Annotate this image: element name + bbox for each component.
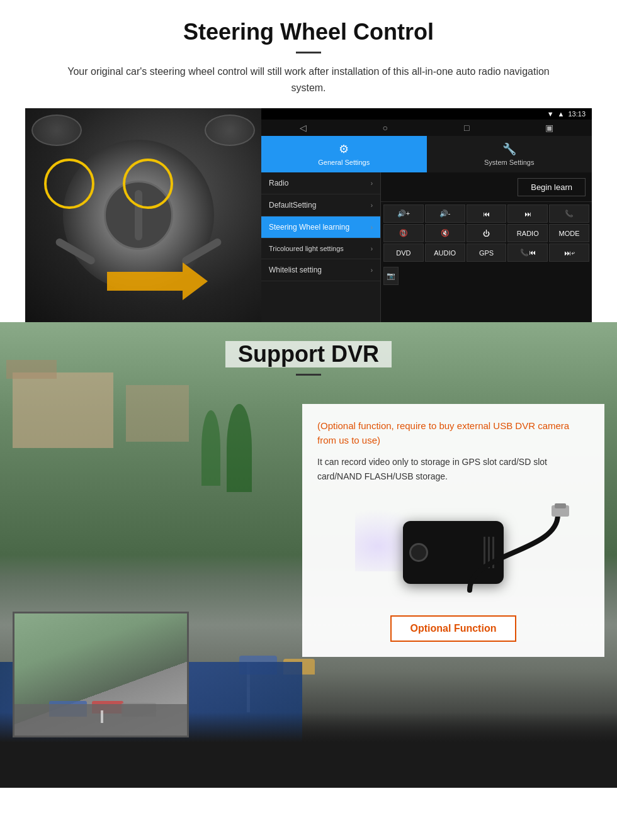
- dvr-info-card: (Optional function, require to buy exter…: [302, 404, 604, 657]
- dvr-camera-lens: [409, 543, 428, 562]
- dvr-body-text: It can record video only to storage in G…: [317, 455, 589, 483]
- control-content-area: Begin learn 🔊+ 🔊- ⏮ ⏭ 📞 📵 🔇 ⏻ RADIO MODE: [381, 172, 592, 322]
- android-statusbar: ▼ ▲ 13:13: [261, 108, 592, 120]
- dvr-divider: [296, 374, 321, 376]
- ctrl-vol-up[interactable]: 🔊+: [383, 204, 424, 223]
- building2: [126, 385, 189, 442]
- menu-item-default-label: DefaultSetting: [269, 201, 316, 210]
- optional-function-button[interactable]: Optional Function: [390, 615, 516, 642]
- status-wifi: ▼: [547, 110, 554, 118]
- arrow-indicator: [107, 259, 208, 303]
- android-ui-mockup: ▼ ▲ 13:13 ◁ ○ □ ▣ ⚙ General Settings 🔧 S…: [25, 108, 592, 322]
- nav-home[interactable]: ○: [383, 123, 388, 133]
- section1-title: Steering Wheel Control: [25, 19, 592, 45]
- svg-rect-1: [555, 503, 566, 508]
- menu-item-radio[interactable]: Radio ›: [261, 172, 380, 194]
- ctrl-next2[interactable]: ⏭↩: [549, 244, 589, 262]
- steering-wheel-photo: [25, 108, 261, 322]
- status-time: 13:13: [568, 110, 586, 118]
- nav-recents[interactable]: □: [464, 123, 469, 133]
- section1-subtitle: Your original car's steering wheel contr…: [50, 64, 567, 96]
- begin-learn-row: Begin learn: [381, 172, 592, 202]
- menu-item-steering[interactable]: Steering Wheel learning ›: [261, 216, 380, 238]
- ctrl-next[interactable]: ⏭: [507, 204, 548, 223]
- ctrl-hangup[interactable]: 📵: [383, 224, 424, 242]
- dvr-title-area: Support DVR: [0, 322, 617, 388]
- gauge-right: [205, 115, 255, 146]
- chevron-icon: ›: [371, 180, 373, 187]
- settings-main-content: Radio › DefaultSetting › Steering Wheel …: [261, 172, 592, 322]
- begin-learn-button[interactable]: Begin learn: [518, 178, 586, 196]
- menu-item-steering-label: Steering Wheel learning: [269, 223, 349, 232]
- ctrl-vol-down[interactable]: 🔊-: [425, 204, 465, 223]
- ctrl-mute[interactable]: 🔇: [425, 224, 465, 242]
- android-navbar: ◁ ○ □ ▣: [261, 120, 592, 136]
- tab-general-label: General Settings: [318, 159, 370, 166]
- highlight-right: [123, 159, 173, 209]
- nav-menu[interactable]: ▣: [545, 123, 553, 133]
- extra-controls-row: 📷: [381, 264, 592, 288]
- ctrl-radio[interactable]: RADIO: [507, 224, 548, 242]
- inset-road-line: [101, 710, 103, 723]
- steering-wheel-section: Steering Wheel Control Your original car…: [0, 0, 617, 322]
- chevron-icon: ›: [371, 245, 373, 252]
- inset-road-scene: [14, 613, 187, 736]
- dvr-title: Support DVR: [225, 341, 392, 367]
- tab-general-settings[interactable]: ⚙ General Settings: [261, 136, 427, 172]
- ctrl-power[interactable]: ⏻: [467, 224, 507, 242]
- svg-marker-0: [107, 262, 208, 300]
- dvr-camera-visual: [317, 496, 589, 609]
- dvr-section: Support DVR (Optional function, require …: [0, 322, 617, 788]
- ctrl-camera[interactable]: 📷: [383, 267, 399, 285]
- dvr-inset-camera: [13, 612, 189, 737]
- chevron-icon: ›: [371, 267, 373, 274]
- ctrl-mode[interactable]: MODE: [549, 224, 589, 242]
- menu-item-whitelist-label: Whitelist setting: [269, 266, 322, 274]
- chevron-icon: ›: [371, 224, 373, 231]
- gear-icon: ⚙: [339, 142, 349, 156]
- dvr-optional-warning: (Optional function, require to buy exter…: [317, 419, 589, 447]
- wrench-icon: 🔧: [502, 142, 516, 156]
- tree1: [201, 410, 220, 486]
- menu-item-whitelist[interactable]: Whitelist setting ›: [261, 259, 380, 281]
- gauge-left: [31, 115, 82, 146]
- tab-system-settings[interactable]: 🔧 System Settings: [427, 136, 592, 172]
- nav-back[interactable]: ◁: [300, 123, 307, 133]
- menu-item-tricoloured-label: Tricoloured light settings: [269, 245, 344, 252]
- chevron-icon: ›: [371, 202, 373, 209]
- ctrl-audio[interactable]: AUDIO: [425, 244, 465, 262]
- settings-tabs: ⚙ General Settings 🔧 System Settings: [261, 136, 592, 172]
- section1-divider: [296, 52, 321, 53]
- tree2: [227, 404, 252, 492]
- ctrl-call[interactable]: 📞: [549, 204, 589, 223]
- tab-system-label: System Settings: [484, 159, 534, 166]
- ctrl-dvd[interactable]: DVD: [383, 244, 424, 262]
- control-grid: 🔊+ 🔊- ⏮ ⏭ 📞 📵 🔇 ⏻ RADIO MODE DVD AUDIO G…: [381, 202, 592, 264]
- status-signal: ▲: [558, 110, 565, 118]
- menu-item-defaultsetting[interactable]: DefaultSetting ›: [261, 194, 380, 216]
- highlight-left: [44, 159, 94, 209]
- android-settings-ui: ▼ ▲ 13:13 ◁ ○ □ ▣ ⚙ General Settings 🔧 S…: [261, 108, 592, 322]
- ctrl-call2[interactable]: 📞⏮: [507, 244, 548, 262]
- cable-svg: [457, 502, 570, 596]
- spacer: [387, 177, 518, 196]
- settings-menu-list: Radio › DefaultSetting › Steering Wheel …: [261, 172, 381, 322]
- ctrl-gps[interactable]: GPS: [467, 244, 507, 262]
- menu-item-tricoloured[interactable]: Tricoloured light settings ›: [261, 238, 380, 259]
- menu-item-radio-label: Radio: [269, 179, 288, 188]
- ctrl-prev[interactable]: ⏮: [467, 204, 507, 223]
- dvr-cable-area: [457, 502, 570, 599]
